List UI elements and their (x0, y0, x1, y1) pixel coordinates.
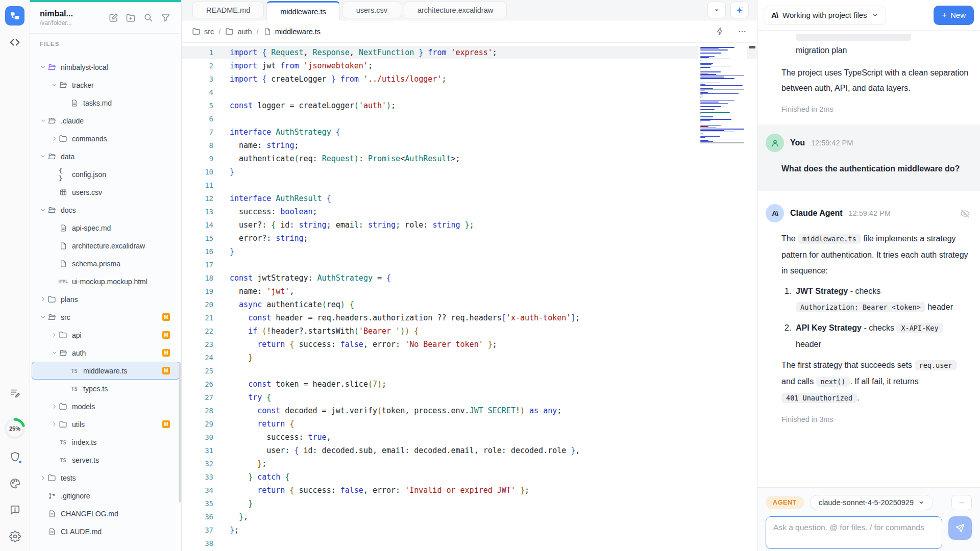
code-line[interactable]: 25 (182, 364, 757, 378)
minimap[interactable] (698, 45, 747, 143)
code-line[interactable]: 12interface AuthResult { (182, 192, 757, 205)
code-line[interactable]: 10} (182, 165, 757, 179)
more-options-icon[interactable] (738, 27, 747, 36)
security-shield-icon[interactable] (5, 447, 24, 466)
code-line[interactable]: 6 (182, 112, 757, 126)
code-line[interactable]: 4 (182, 86, 757, 99)
breadcrumb-src[interactable]: src (192, 27, 214, 36)
context-selector[interactable]: A\ Working with project files (764, 6, 886, 25)
code-line[interactable]: 27 try { (182, 391, 757, 404)
tree-item-schema.prisma[interactable]: schema.prisma (32, 255, 180, 272)
tree-item-data[interactable]: data (32, 147, 180, 165)
tree-item-claude.md[interactable]: CLAUDE.md (32, 522, 180, 540)
theme-palette-icon[interactable] (5, 473, 24, 493)
code-line[interactable]: 34 return { success: false, error: 'Inva… (182, 484, 757, 497)
tab-architecture.excalidraw[interactable]: architecture.excalidraw (404, 2, 507, 18)
tree-item-.claude[interactable]: .claude (32, 112, 180, 130)
tree-item-nimbalyst-local[interactable]: nimbalyst-local (32, 58, 180, 76)
compose-icon[interactable] (105, 10, 122, 26)
code-line[interactable]: 16} (182, 245, 757, 258)
code-line[interactable]: 35 } (182, 497, 757, 510)
tree-item-api-spec.md[interactable]: api-spec.md (32, 219, 180, 237)
code-line[interactable]: 11 (182, 179, 757, 192)
conversation-log[interactable]: migration planThe project uses TypeScrip… (757, 31, 980, 487)
ai-sparkle-button[interactable] (730, 2, 749, 18)
tree-item-index.ts[interactable]: TSindex.ts (32, 433, 180, 451)
usage-ring[interactable]: 25% (4, 417, 26, 440)
new-chat-button[interactable]: + New (934, 6, 974, 25)
code-line[interactable]: 30 success: true, (182, 431, 757, 444)
tab-users.csv[interactable]: users.csv (342, 2, 401, 18)
code-line[interactable]: 3import { createLogger } from '../utils/… (182, 72, 757, 86)
editor-scrollbar-thumb[interactable] (749, 46, 755, 48)
quick-edit-icon[interactable] (716, 27, 724, 36)
code-panel-icon[interactable] (5, 33, 24, 52)
tree-item-.gitignore[interactable]: .gitignore (32, 487, 180, 505)
code-line[interactable]: 15 error?: string; (182, 232, 757, 245)
tree-item-tracker[interactable]: tracker (32, 76, 180, 94)
tab-readme.md[interactable]: README.md (192, 2, 264, 18)
tree-item-plans[interactable]: plans (32, 290, 180, 308)
app-logo-icon[interactable] (5, 6, 24, 26)
code-line[interactable]: 9 authenticate(req: Request): Promise<Au… (182, 152, 757, 165)
tree-item-middleware.ts[interactable]: TSmiddleware.tsM (32, 362, 180, 380)
code-line[interactable]: 29 return { (182, 417, 757, 431)
code-line[interactable]: 7interface AuthStrategy { (182, 126, 757, 139)
tree-item-commands[interactable]: commands (32, 130, 180, 147)
tree-item-docs[interactable]: docs (32, 201, 180, 219)
settings-gear-icon[interactable] (5, 527, 24, 546)
tree-item-tasks.md[interactable]: tasks.md (32, 94, 180, 112)
search-icon[interactable] (139, 10, 157, 26)
code-editor[interactable]: 1import { Request, Response, NextFunctio… (182, 43, 757, 551)
hide-message-icon[interactable] (960, 209, 970, 218)
tree-item-config.json[interactable]: { }config.json (32, 165, 180, 183)
collapse-button[interactable]: -- (951, 495, 972, 510)
code-line[interactable]: 26 const token = header.slice(7); (182, 378, 757, 391)
tab-middleware.ts[interactable]: middleware.ts (266, 1, 339, 20)
code-line[interactable]: 23 return { success: false, error: 'No B… (182, 338, 757, 351)
tab-list-dropdown-button[interactable] (707, 2, 726, 18)
code-line[interactable]: 17 (182, 258, 757, 271)
tree-item-utils[interactable]: utilsM (32, 415, 180, 433)
tree-item-users.csv[interactable]: users.csv (32, 183, 180, 201)
new-folder-icon[interactable] (122, 10, 139, 26)
tree-item-types.ts[interactable]: TStypes.ts (32, 380, 180, 397)
code-line[interactable]: 36 }, (182, 510, 757, 523)
code-line[interactable]: 14 user?: { id: string; email: string; r… (182, 218, 757, 232)
code-line[interactable]: 31 user: { id: decoded.sub, email: decod… (182, 444, 757, 457)
tree-item-tests[interactable]: tests (32, 469, 180, 487)
send-button[interactable] (948, 516, 972, 540)
tree-item-api[interactable]: apiM (32, 326, 180, 344)
model-selector[interactable]: claude-sonnet-4-5-20250929 (810, 495, 933, 510)
breadcrumb-middleware.ts[interactable]: middleware.ts (263, 28, 321, 36)
code-line[interactable]: 19 name: 'jwt', (182, 285, 757, 298)
code-line[interactable]: 2import jwt from 'jsonwebtoken'; (182, 59, 757, 72)
tree-item-changelog.md[interactable]: CHANGELOG.md (32, 505, 180, 522)
code-line[interactable]: 18const jwtStrategy: AuthStrategy = { (182, 271, 757, 285)
feedback-alert-icon[interactable] (5, 500, 24, 519)
code-line[interactable]: 20 async authenticate(req) { (182, 298, 757, 311)
tree-item-models[interactable]: models (32, 397, 180, 415)
tree-item-ui-mockup.mockup.html[interactable]: HTMLui-mockup.mockup.html (32, 272, 180, 290)
code-line[interactable]: 37}; (182, 523, 757, 537)
tree-item-src[interactable]: srcM (32, 308, 180, 326)
code-line[interactable]: 38 (182, 537, 757, 550)
code-line[interactable]: 33 } catch { (182, 470, 757, 484)
code-line[interactable]: 32 }; (182, 457, 757, 470)
code-line[interactable]: 8 name: string; (182, 139, 757, 152)
sidebar-scrollbar[interactable] (179, 362, 181, 503)
code-line[interactable]: 24 } (182, 351, 757, 364)
breadcrumb-auth[interactable]: auth (225, 27, 252, 36)
tree-item-auth[interactable]: authM (32, 344, 180, 362)
code-line[interactable]: 1import { Request, Response, NextFunctio… (182, 46, 757, 59)
code-line[interactable]: 22 if (!header?.startsWith('Bearer ')) { (182, 324, 757, 338)
filter-icon[interactable] (157, 10, 174, 26)
code-line[interactable]: 13 success: boolean; (182, 205, 757, 218)
tree-item-architecture.excalidraw[interactable]: architecture.excalidraw (32, 237, 180, 255)
notes-edit-icon[interactable] (5, 383, 24, 403)
code-line[interactable]: 5const logger = createLogger('auth'); (182, 99, 757, 112)
tree-item-server.ts[interactable]: TSserver.ts (32, 451, 180, 469)
code-line[interactable]: 21 const header = req.headers.authorizat… (182, 311, 757, 324)
question-input[interactable] (766, 516, 942, 549)
code-line[interactable]: 28 const decoded = jwt.verify(token, pro… (182, 404, 757, 417)
